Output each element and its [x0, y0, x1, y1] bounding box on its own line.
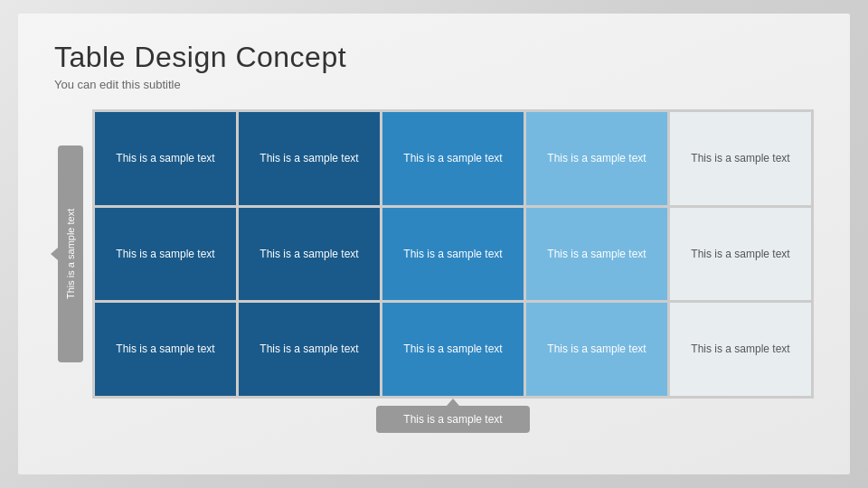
- table-cell-10: This is a sample text: [95, 303, 236, 396]
- table-cell-1: This is a sample text: [239, 112, 380, 205]
- table-cell-13: This is a sample text: [526, 303, 667, 396]
- table-cell-4: This is a sample text: [670, 112, 811, 205]
- vertical-label: This is a sample text: [58, 145, 83, 362]
- bottom-label: This is a sample text: [376, 406, 529, 433]
- table-cell-14: This is a sample text: [670, 303, 811, 396]
- table-cell-7: This is a sample text: [382, 208, 524, 301]
- table-cell-2: This is a sample text: [382, 112, 524, 205]
- bottom-label-wrapper: This is a sample text: [92, 406, 814, 433]
- table-cell-0: This is a sample text: [95, 112, 236, 205]
- slide: Table Design Concept You can edit this s…: [18, 14, 850, 474]
- page-title: Table Design Concept: [54, 41, 814, 74]
- content-area: This is a sample text This is a sample t…: [54, 109, 814, 399]
- table-cell-5: This is a sample text: [95, 208, 236, 301]
- vertical-label-wrapper: This is a sample text: [54, 109, 87, 399]
- table-cell-6: This is a sample text: [239, 208, 380, 301]
- table-cell-11: This is a sample text: [239, 303, 380, 396]
- table-cell-3: This is a sample text: [526, 112, 667, 205]
- table-cell-12: This is a sample text: [382, 303, 524, 396]
- page-subtitle: You can edit this subtitle: [54, 78, 814, 91]
- table-grid: This is a sample textThis is a sample te…: [92, 109, 814, 399]
- table-cell-9: This is a sample text: [670, 208, 811, 301]
- table-cell-8: This is a sample text: [526, 208, 667, 301]
